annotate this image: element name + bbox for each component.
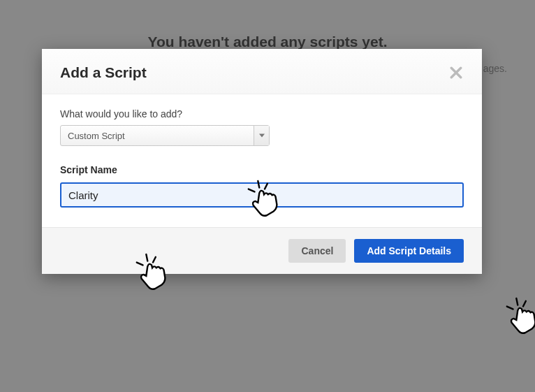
modal-body: What would you like to add? Custom Scrip… <box>42 94 482 227</box>
script-type-value: Custom Script <box>68 131 125 141</box>
add-script-modal: Add a Script What would you like to add?… <box>42 49 482 274</box>
modal-header: Add a Script <box>42 49 482 94</box>
close-button[interactable] <box>448 65 464 80</box>
add-script-details-button[interactable]: Add Script Details <box>354 239 464 263</box>
script-type-select[interactable]: Custom Script <box>60 125 270 146</box>
modal-footer: Cancel Add Script Details <box>42 227 482 274</box>
script-name-input[interactable]: Clarity <box>60 182 464 208</box>
script-name-value: Clarity <box>68 189 98 201</box>
modal-overlay: Add a Script What would you like to add?… <box>0 0 535 392</box>
script-type-label: What would you like to add? <box>60 108 464 119</box>
close-icon <box>450 66 462 79</box>
modal-title: Add a Script <box>60 64 147 81</box>
select-caret-button[interactable] <box>254 126 269 145</box>
script-name-label: Script Name <box>60 164 464 175</box>
chevron-down-icon <box>259 133 265 138</box>
cancel-button[interactable]: Cancel <box>288 239 346 263</box>
